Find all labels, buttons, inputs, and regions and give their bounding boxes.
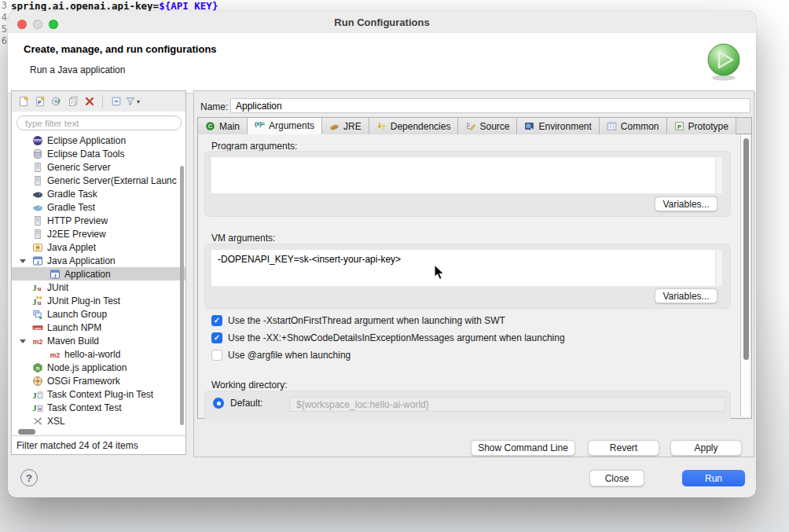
help-button[interactable]: ? [20,469,38,486]
tab-environment[interactable]: Environment [517,118,599,134]
prototype-tab-icon: P [674,121,685,132]
svg-text:P: P [37,100,41,105]
checkbox-checked-icon[interactable]: ✓ [211,332,222,343]
tree-horizontal-scrollbar[interactable] [18,429,35,435]
new-configuration-button[interactable] [15,94,31,109]
program-arguments-textarea[interactable] [211,157,722,193]
tab-main[interactable]: CMain [198,118,248,134]
tree-item[interactable]: OSGi Framework [12,374,185,387]
tree-item[interactable]: HTTP Preview [12,214,185,227]
eclipse-icon [32,135,43,146]
launch-option-row[interactable]: ✓Use the -XstartOnFirstThread argument w… [211,314,505,327]
tab-label: Source [479,121,509,132]
tree-item-label: HTTP Preview [47,215,108,226]
tree-item[interactable]: Java Applet [12,240,185,254]
tree-item[interactable]: m2Maven Build [12,334,185,347]
tab-label: Common [621,121,659,132]
tree-item-label: Eclipse Application [47,135,126,146]
filter-button[interactable]: ▾ [124,94,141,109]
filter-icon [125,96,136,107]
tree-item[interactable]: Eclipse Data Tools [12,147,185,160]
program-arguments-variables-button[interactable]: Variables... [655,196,717,211]
server-icon [32,175,43,186]
xsl-icon [32,416,43,427]
junit-plugin-icon: Ju [32,295,43,306]
chevron-down-icon[interactable] [20,259,26,263]
tree-vertical-scrollbar[interactable] [180,166,184,425]
launch-option-row[interactable]: Use @argfile when launching [211,349,350,361]
working-directory-input[interactable] [289,397,725,412]
launch-option-label: Use the -XX:+ShowCodeDetailsInExceptionM… [228,332,565,343]
tab-source[interactable]: Source [458,118,517,134]
vm-arguments-label: VM arguments: [211,233,275,244]
java-application-icon: J [32,255,43,266]
collapse-all-button[interactable] [108,94,124,109]
tab-common[interactable]: Common [600,118,667,134]
tab-jre[interactable]: JRE [322,118,369,134]
tree-item[interactable]: Eclipse Application [12,134,185,147]
dialog-titlebar[interactable]: Run Configurations [8,11,756,33]
working-directory-label: Working directory: [211,380,287,391]
launch-group-icon [32,309,43,320]
default-radio[interactable] [213,398,224,409]
new-prototype-button[interactable]: P [31,94,48,109]
checkbox-checked-icon[interactable]: ✓ [211,315,222,326]
tree-item[interactable]: Gradle Test [12,200,185,214]
tab-label: Prototype [688,121,728,132]
tree-item[interactable]: JuJUnit [12,281,185,294]
tree-item[interactable]: nNode.js application [12,361,185,374]
export-configurations-button[interactable] [48,94,64,109]
configuration-name-input[interactable] [230,98,750,113]
tree-item[interactable]: XSL [12,414,185,427]
launch-option-row[interactable]: ✓Use the -XX:+ShowCodeDetailsInException… [211,332,565,344]
maven-icon: m2 [32,336,43,347]
tree-item[interactable]: Launch Group [12,307,185,321]
svg-text:u: u [38,284,42,292]
tree-item[interactable]: Gradle Task [12,187,185,200]
svg-text:J: J [33,404,37,413]
filter-input[interactable] [17,116,182,130]
sidebar-toolbar: P ▾ [12,91,185,112]
run-button[interactable]: Run [682,470,745,486]
mouse-cursor-icon [434,264,448,284]
tree-item[interactable]: J2EE Preview [12,227,185,240]
close-button[interactable]: Close [589,470,644,486]
junit-icon: Ju [32,282,43,293]
tab-prototype[interactable]: PPrototype [667,118,736,134]
chevron-down-icon[interactable] [20,339,26,343]
tree-item[interactable]: m2hello-ai-world [12,347,185,361]
content-scrollbar-thumb[interactable] [743,138,749,360]
program-arguments-group: Variables... [204,151,731,217]
tree-item[interactable]: JJava Application [12,254,185,267]
show-command-line-button[interactable]: Show Command Line [471,440,575,456]
server-icon [32,162,43,173]
duplicate-button[interactable] [64,94,81,109]
vm-arguments-textarea[interactable]: -DOPENAPI_KEY=sk-<insert-your-api-key> [211,250,722,286]
tab-arguments[interactable]: (x)=Arguments [248,118,322,134]
tree-item-label: OSGi Framework [47,376,120,387]
tree-item-label: Task Context Plug-in Test [47,389,153,400]
checkbox-unchecked-icon[interactable] [211,350,222,361]
apply-button[interactable]: Apply [670,440,742,456]
svg-text:m2: m2 [50,350,61,358]
tree-item[interactable]: npmLaunch NPM [12,321,185,334]
svg-text:J: J [33,284,37,292]
tree-item[interactable]: Generic Server(External Launc [12,174,185,187]
vm-arguments-variables-button[interactable]: Variables... [655,288,717,303]
tree-item[interactable]: JTask Context Plug-in Test [12,387,185,401]
environment-tab-icon [524,121,535,132]
tree-item[interactable]: Generic Server [12,160,185,174]
tree-item[interactable]: JuTask Context Test [12,401,185,414]
tab-label: Dependencies [391,121,451,132]
svg-text:J: J [33,391,37,400]
tree-item[interactable]: JuJUnit Plug-in Test [12,294,185,307]
tab-dependencies[interactable]: Dependencies [369,118,459,134]
revert-button[interactable]: Revert [588,440,659,456]
tree-item-label: JUnit Plug-in Test [47,295,120,306]
content-scrollbar-track[interactable] [740,135,750,416]
dependencies-tab-icon [376,121,387,132]
delete-button[interactable] [81,94,97,109]
tree-item[interactable]: JApplication [12,267,185,281]
dropdown-caret-icon: ▾ [137,98,140,105]
tree-item-label: JUnit [47,282,68,293]
